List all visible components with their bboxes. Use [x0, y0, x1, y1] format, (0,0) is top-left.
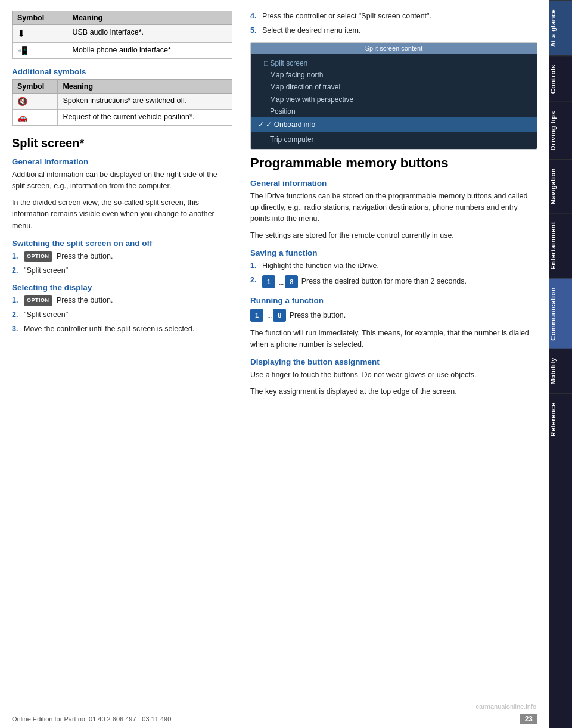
list-item: 1. OPTION Press the button. — [12, 251, 232, 262]
meaning-cell: Spoken instructions* are switched off. — [58, 94, 232, 110]
screenshot-item: Position — [258, 105, 530, 117]
footer-online-text: Online Edition for Part no. 01 40 2 606 … — [12, 715, 171, 723]
step-text: "Split screen" — [24, 309, 68, 321]
split-screen-screenshot: Split screen content □ Split screen Map … — [250, 42, 537, 150]
symbol-cell: 🔇 — [13, 94, 58, 110]
step-number: 4. — [250, 11, 259, 22]
running-function-title: Running a function — [250, 296, 537, 305]
displaying-title: Displaying the button assignment — [250, 357, 537, 366]
watermark: carmanualonline.info — [475, 703, 536, 710]
col-header-meaning: Meaning — [67, 11, 232, 25]
sidebar-tab-driving-tips[interactable]: Driving tips — [549, 102, 572, 159]
screenshot-item: Map direction of travel — [258, 81, 530, 93]
option-button[interactable]: OPTION — [24, 251, 52, 262]
page-footer: Online Edition for Part no. 01 40 2 606 … — [0, 710, 549, 728]
displaying-text-1: Use a finger to touch the buttons. Do no… — [250, 369, 537, 381]
memory-button-1[interactable]: 1 — [262, 275, 275, 288]
col-header-meaning: Meaning — [58, 80, 232, 94]
step-number: 3. — [12, 323, 20, 335]
list-item: 1. OPTION Press the button. — [12, 295, 232, 306]
step-number: 2. — [12, 265, 20, 276]
page-number: 23 — [520, 714, 537, 724]
programmable-memory-title: Programmable memory buttons — [250, 155, 537, 171]
switching-title: Switching the split screen on and off — [12, 239, 232, 248]
screenshot-item-checked: ✓ Onboard info — [251, 117, 537, 132]
page-container: Symbol Meaning ⬇ USB audio interface*. 📲… — [0, 0, 572, 728]
step-text: OPTION Press the button. — [24, 295, 113, 306]
additional-symbols-heading: Additional symbols — [12, 67, 232, 76]
split-screen-title: Split screen* — [12, 136, 232, 150]
general-info-text-1-left: Additional information can be displayed … — [12, 169, 232, 192]
step-number: 1. — [12, 251, 20, 262]
selecting-steps-list: 1. OPTION Press the button. 2. "Split sc… — [12, 295, 232, 334]
list-item: 2. "Split screen" — [12, 309, 232, 321]
general-information-sub-left: General information — [12, 157, 232, 166]
screenshot-item: Map facing north — [258, 69, 530, 81]
general-info-text-2-left: In the divided screen view, the so-calle… — [12, 197, 232, 232]
general-info-text-1-right: The iDrive functions can be stored on th… — [250, 191, 537, 225]
list-item: 2. "Split screen" — [12, 265, 232, 276]
saving-function-title: Saving a function — [250, 248, 537, 257]
symbol-table-1: Symbol Meaning ⬇ USB audio interface*. 📲… — [12, 11, 232, 59]
right-column: 4. Press the controller or select "Split… — [244, 11, 537, 704]
sidebar-tab-entertainment[interactable]: Entertainment — [549, 213, 572, 278]
step-number: 2. — [250, 275, 259, 286]
sidebar: At a glance Controls Driving tips Naviga… — [549, 0, 572, 728]
main-content: Symbol Meaning ⬇ USB audio interface*. 📲… — [0, 0, 549, 728]
screenshot-item: □ Split screen — [258, 57, 530, 69]
step-text: OPTION Press the button. — [24, 251, 113, 262]
left-column: Symbol Meaning ⬇ USB audio interface*. 📲… — [12, 11, 244, 704]
displaying-text-2: The key assignment is displayed at the t… — [250, 386, 537, 397]
sidebar-tab-controls[interactable]: Controls — [549, 55, 572, 102]
symbol-cell: ⬇ — [13, 25, 67, 43]
meaning-cell: Request of the current vehicle position*… — [58, 110, 232, 126]
step-text: Select the desired menu item. — [262, 25, 360, 36]
ellipsis: ... — [278, 275, 282, 289]
step-number: 5. — [250, 25, 259, 36]
option-button[interactable]: OPTION — [24, 295, 52, 306]
table-row: ⬇ USB audio interface*. — [13, 25, 232, 43]
saving-steps-list: 1. Highlight the function via the iDrive… — [250, 260, 537, 289]
sidebar-tab-reference[interactable]: Reference — [549, 393, 572, 445]
list-item: 5. Select the desired menu item. — [250, 25, 537, 36]
sidebar-tab-at-a-glance[interactable]: At a glance — [549, 0, 572, 55]
step-number: 2. — [12, 309, 20, 321]
list-item: 2. 1 ... 8 Press the desired button for … — [250, 275, 537, 289]
switching-steps-list: 1. OPTION Press the button. 2. "Split sc… — [12, 251, 232, 276]
screenshot-content: □ Split screen Map facing north Map dire… — [251, 54, 537, 150]
col-header-symbol: Symbol — [13, 11, 67, 25]
general-information-sub-right: General information — [250, 179, 537, 188]
list-item: 1. Highlight the function via the iDrive… — [250, 260, 537, 272]
col-header-symbol: Symbol — [13, 80, 58, 94]
memory-button-run[interactable]: 1 — [250, 309, 263, 322]
running-text: 1 ... 8 Press the button. — [250, 308, 537, 323]
selecting-title: Selecting the display — [12, 283, 232, 292]
right-top-steps: 4. Press the controller or select "Split… — [250, 11, 537, 36]
phone-icon: 📲 — [17, 46, 27, 55]
running-text-2: The function will run immediately. This … — [250, 328, 537, 351]
meaning-cell: Mobile phone audio interface*. — [67, 43, 232, 59]
sidebar-tab-navigation[interactable]: Navigation — [549, 159, 572, 213]
sidebar-tab-mobility[interactable]: Mobility — [549, 349, 572, 393]
screenshot-item: Map view with perspective — [258, 94, 530, 105]
car-icon: 🚗 — [17, 113, 27, 122]
general-info-text-2-right: The settings are stored for the remote c… — [250, 230, 537, 241]
sidebar-tab-communication[interactable]: Communication — [549, 278, 572, 349]
step-text: Move the controller until the split scre… — [24, 323, 194, 335]
table-row: 🔇 Spoken instructions* are switched off. — [13, 94, 232, 110]
screenshot-item: Trip computer — [258, 132, 530, 145]
usb-icon: ⬇ — [17, 29, 25, 39]
mute-icon: 🔇 — [17, 97, 27, 106]
table-row: 🚗 Request of the current vehicle positio… — [13, 110, 232, 126]
meaning-cell: USB audio interface*. — [67, 25, 232, 43]
memory-button-run-8[interactable]: 8 — [273, 309, 286, 322]
list-item: 4. Press the controller or select "Split… — [250, 11, 537, 22]
memory-button-8[interactable]: 8 — [285, 275, 298, 288]
step-number: 1. — [12, 295, 20, 306]
table-row: 📲 Mobile phone audio interface*. — [13, 43, 232, 59]
symbol-cell: 🚗 — [13, 110, 58, 126]
ellipsis: ... — [266, 308, 271, 323]
list-item: 3. Move the controller until the split s… — [12, 323, 232, 335]
step-text: 1 ... 8 Press the desired button for mor… — [262, 275, 467, 289]
step-number: 1. — [250, 260, 259, 272]
